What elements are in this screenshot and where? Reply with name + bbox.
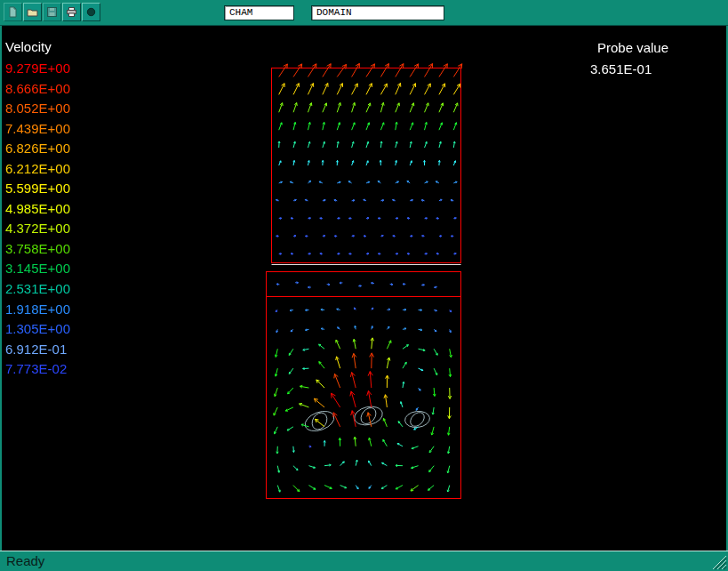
legend-value: 7.773E-02 <box>5 359 70 380</box>
circle-icon <box>85 6 97 18</box>
plot-area: Velocity 9.279E+008.666E+008.052E+007.43… <box>0 26 728 551</box>
save-button[interactable] <box>43 3 61 21</box>
legend-value: 3.145E+00 <box>5 259 70 279</box>
legend-value: 1.918E+00 <box>5 300 70 320</box>
legend-value: 8.052E+00 <box>5 99 70 119</box>
legend-value: 4.985E+00 <box>5 199 70 220</box>
folder-icon <box>27 6 38 18</box>
legend-value: 6.212E+00 <box>5 159 70 180</box>
record-button[interactable] <box>82 3 100 21</box>
cham-field[interactable]: CHAM <box>224 5 294 20</box>
legend-value: 4.372E+00 <box>5 219 70 239</box>
status-text: Ready <box>6 553 44 568</box>
vector-plot-canvas[interactable] <box>2 26 726 551</box>
legend-value: 5.599E+00 <box>5 179 70 199</box>
toolbar: CHAM DOMAIN <box>0 0 728 26</box>
legend-value: 6.826E+00 <box>5 139 70 159</box>
new-button[interactable] <box>4 3 22 21</box>
legend-value: 6.912E-01 <box>5 340 70 360</box>
legend-value: 2.531E+00 <box>5 279 70 300</box>
floppy-icon <box>46 6 58 18</box>
open-button[interactable] <box>23 3 42 21</box>
legend-value: 7.439E+00 <box>5 119 70 140</box>
probe-label: Probe value <box>597 40 668 55</box>
printer-icon <box>66 6 77 18</box>
velocity-legend: 9.279E+008.666E+008.052E+007.439E+006.82… <box>5 59 70 380</box>
domain-field[interactable]: DOMAIN <box>311 5 444 20</box>
legend-value: 9.279E+00 <box>5 59 70 79</box>
legend-value: 3.758E+00 <box>5 239 70 260</box>
resize-grip-icon[interactable] <box>711 554 727 570</box>
legend-value: 1.305E+00 <box>5 319 70 340</box>
legend-title: Velocity <box>5 39 52 54</box>
page-icon <box>7 6 19 18</box>
status-bar: Ready <box>0 551 728 571</box>
print-button[interactable] <box>62 3 81 21</box>
probe-value: 3.651E-01 <box>590 61 652 76</box>
legend-value: 8.666E+00 <box>5 79 70 100</box>
